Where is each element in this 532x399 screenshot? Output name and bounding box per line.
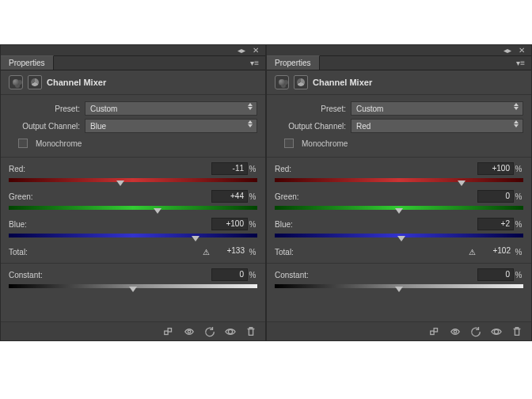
- svg-rect-5: [434, 328, 437, 331]
- tab-properties[interactable]: Properties: [267, 55, 320, 70]
- svg-point-2: [188, 330, 191, 333]
- window-controls: ◂▸ ✕: [267, 45, 531, 56]
- slider-value-blue[interactable]: +100: [211, 218, 248, 230]
- slider-value-green[interactable]: 0: [477, 190, 514, 203]
- tab-bar: Properties ▾≡: [267, 56, 531, 70]
- close-icon[interactable]: ✕: [517, 47, 526, 55]
- slider-label-constant: Constant:: [9, 271, 211, 279]
- svg-point-7: [494, 329, 498, 333]
- panel-bottom-bar: [267, 321, 531, 340]
- tab-bar: Properties ▾≡: [1, 56, 265, 70]
- slider-label-red: Red:: [275, 165, 477, 173]
- slider-label-green: Green:: [275, 192, 477, 201]
- divider: [1, 157, 265, 158]
- trash-icon[interactable]: [245, 325, 257, 338]
- slider-track-green[interactable]: [9, 205, 257, 211]
- panel-title: Channel Mixer: [47, 78, 106, 87]
- slider-thumb-red[interactable]: [116, 180, 124, 186]
- slider-value-green[interactable]: +44: [211, 190, 248, 203]
- monochrome-label: Monochrome: [36, 139, 82, 148]
- reset-icon[interactable]: [203, 325, 216, 338]
- total-label: Total:: [275, 248, 466, 256]
- panel-title: Channel Mixer: [313, 78, 372, 87]
- reset-icon[interactable]: [469, 325, 482, 338]
- pct-label: %: [248, 248, 257, 256]
- slider-thumb-constant[interactable]: [395, 287, 403, 292]
- view-previous-icon[interactable]: [449, 325, 462, 338]
- slider-blue: Blue: +2 %: [275, 218, 523, 239]
- pct-label: %: [248, 192, 257, 201]
- slider-value-constant[interactable]: 0: [477, 268, 514, 281]
- total-value: +133: [211, 245, 248, 258]
- pct-label: %: [514, 220, 523, 229]
- slider-value-blue[interactable]: +2: [477, 218, 514, 230]
- divider: [267, 157, 531, 158]
- total-label: Total:: [9, 248, 200, 256]
- monochrome-label: Monochrome: [302, 139, 348, 148]
- preset-label: Preset:: [275, 104, 346, 113]
- channel-mixer-icon: [294, 75, 308, 89]
- slider-track-blue[interactable]: [275, 233, 523, 239]
- slider-thumb-blue[interactable]: [397, 236, 405, 241]
- svg-point-3: [228, 329, 232, 333]
- adjustment-type-icon: [9, 75, 23, 89]
- pct-label: %: [514, 165, 523, 173]
- slider-green: Green: 0 %: [275, 190, 523, 211]
- total-row: Total: ⚠ +102 %: [275, 245, 523, 258]
- slider-label-green: Green:: [9, 192, 211, 201]
- panel-menu-icon[interactable]: ▾≡: [510, 59, 531, 67]
- collapse-icon[interactable]: ◂▸: [503, 47, 512, 55]
- slider-track-constant[interactable]: [275, 283, 523, 290]
- slider-track-green[interactable]: [275, 205, 523, 211]
- trash-icon[interactable]: [511, 325, 523, 338]
- output-channel-label: Output Channel:: [275, 122, 346, 131]
- slider-label-red: Red:: [9, 165, 211, 173]
- slider-thumb-constant[interactable]: [129, 287, 137, 292]
- slider-track-red[interactable]: [275, 177, 523, 184]
- slider-track-blue[interactable]: [9, 233, 257, 239]
- close-icon[interactable]: ✕: [251, 47, 260, 55]
- slider-thumb-blue[interactable]: [192, 236, 200, 241]
- monochrome-checkbox[interactable]: [18, 139, 28, 148]
- slider-track-constant[interactable]: [9, 283, 257, 290]
- toggle-visibility-icon[interactable]: [224, 325, 237, 338]
- panel-menu-icon[interactable]: ▾≡: [244, 59, 265, 67]
- preset-select[interactable]: Custom: [351, 101, 523, 116]
- slider-blue: Blue: +100 %: [9, 218, 257, 239]
- pct-label: %: [248, 271, 257, 279]
- slider-track-red[interactable]: [9, 177, 257, 184]
- slider-green: Green: +44 %: [9, 190, 257, 211]
- panel-bottom-bar: [1, 321, 265, 340]
- slider-value-constant[interactable]: 0: [211, 268, 248, 281]
- adjustment-type-icon: [275, 75, 289, 89]
- pct-label: %: [248, 220, 257, 229]
- toggle-visibility-icon[interactable]: [490, 325, 503, 338]
- properties-panel-0: ◂▸ ✕ Properties ▾≡ Channel Mixer Preset:…: [0, 44, 266, 341]
- slider-thumb-green[interactable]: [395, 208, 403, 214]
- collapse-icon[interactable]: ◂▸: [237, 47, 246, 55]
- monochrome-checkbox[interactable]: [284, 139, 294, 148]
- preset-select[interactable]: Custom: [85, 101, 257, 116]
- divider: [1, 263, 265, 264]
- clip-to-layer-icon[interactable]: [428, 325, 441, 338]
- slider-thumb-green[interactable]: [154, 208, 162, 214]
- svg-point-6: [454, 330, 457, 333]
- pct-label: %: [514, 192, 523, 201]
- channel-mixer-icon: [28, 75, 42, 89]
- output-channel-select[interactable]: Blue: [85, 119, 257, 133]
- slider-constant: Constant: 0 %: [9, 268, 257, 290]
- clip-to-layer-icon[interactable]: [162, 325, 175, 338]
- output-channel-label: Output Channel:: [9, 122, 80, 131]
- slider-red: Red: +100 %: [275, 162, 523, 184]
- slider-label-blue: Blue:: [9, 220, 211, 229]
- slider-value-red[interactable]: -11: [211, 162, 248, 175]
- window-controls: ◂▸ ✕: [1, 45, 265, 56]
- slider-value-red[interactable]: +100: [477, 162, 514, 175]
- slider-thumb-red[interactable]: [458, 180, 466, 186]
- view-previous-icon[interactable]: [183, 325, 196, 338]
- output-channel-select[interactable]: Red: [351, 119, 523, 133]
- tab-properties[interactable]: Properties: [1, 55, 54, 70]
- slider-label-constant: Constant:: [275, 271, 477, 279]
- properties-panel-1: ◂▸ ✕ Properties ▾≡ Channel Mixer Preset:…: [266, 44, 532, 341]
- total-value: +102: [477, 245, 514, 258]
